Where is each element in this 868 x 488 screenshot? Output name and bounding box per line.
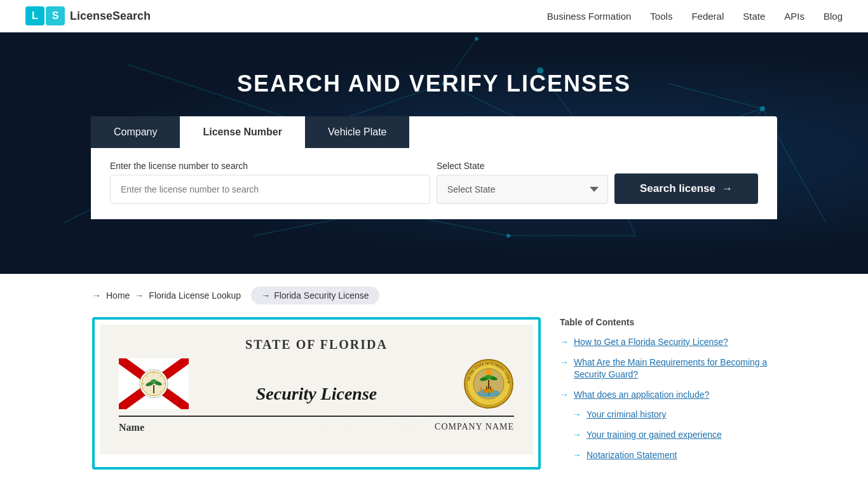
- fl-name-label: Name: [119, 422, 144, 433]
- svg-rect-55: [484, 389, 494, 393]
- license-input[interactable]: [110, 175, 430, 204]
- toc-item-1: → How to Get a Florida Security License?: [560, 336, 776, 349]
- toc-item-3: → What does an application include?: [560, 389, 776, 402]
- toc-item-5: → Your training or gained experience: [573, 429, 776, 442]
- search-btn-label: Search license: [640, 182, 715, 195]
- license-card: STATE OF FLORIDA: [95, 320, 538, 459]
- state-label: Select State: [437, 161, 608, 171]
- toc-arrow-6: →: [573, 450, 581, 460]
- breadcrumb-arrow-1: →: [92, 290, 101, 301]
- logo-l-badge: L: [25, 6, 44, 25]
- search-form: Enter the license number to search Selec…: [91, 148, 777, 219]
- search-button[interactable]: Search license →: [614, 173, 758, 204]
- nav-apis[interactable]: APIs: [784, 11, 804, 22]
- svg-point-53: [485, 375, 492, 379]
- state-select[interactable]: Select State Florida California Texas Ne…: [437, 175, 608, 204]
- fl-card-body: OF THE STATE Security License OF THE STA…: [119, 358, 514, 409]
- svg-point-20: [760, 106, 765, 111]
- svg-point-24: [475, 37, 478, 41]
- tab-bar: Company License Number Vehicle Plate: [91, 116, 777, 148]
- svg-point-23: [506, 234, 510, 238]
- breadcrumb-home[interactable]: Home: [106, 290, 130, 301]
- fl-seal: OF THE STATE OF FLORIDA • GOD WE TRUST •: [463, 358, 514, 409]
- toc-section: Table of Contents → How to Get a Florida…: [560, 317, 776, 470]
- toc-title: Table of Contents: [560, 317, 776, 327]
- license-label: Enter the license number to search: [110, 161, 430, 171]
- svg-rect-56: [486, 386, 487, 390]
- toc-item-2: → What Are the Main Requirements for Bec…: [560, 356, 776, 381]
- svg-line-16: [667, 83, 763, 109]
- security-license-label: Security License: [256, 384, 377, 404]
- toc-arrow-3: →: [560, 390, 569, 400]
- toc-arrow-4: →: [573, 409, 581, 419]
- svg-point-49: [485, 369, 492, 376]
- logo-letters: L S: [25, 6, 65, 25]
- logo-area[interactable]: L S LicenseSearch: [25, 6, 151, 25]
- toc-link-3[interactable]: What does an application include?: [574, 389, 709, 402]
- fl-name-row: Name COMPANY NAME: [119, 422, 514, 433]
- state-select-group: Select State Select State Florida Califo…: [437, 161, 608, 204]
- tab-vehicle-plate[interactable]: Vehicle Plate: [305, 116, 410, 148]
- search-btn-arrow: →: [722, 182, 733, 195]
- toc-link-5[interactable]: Your training or gained experience: [587, 429, 722, 442]
- fl-company-label: COMPANY NAME: [435, 422, 514, 433]
- nav-federal[interactable]: Federal: [691, 11, 724, 22]
- nav-blog[interactable]: Blog: [824, 11, 843, 22]
- breadcrumb-florida-lookup[interactable]: Florida License Lookup: [149, 290, 241, 301]
- toc-arrow-2: →: [560, 357, 569, 367]
- nav-tools[interactable]: Tools: [650, 11, 672, 22]
- toc-link-2[interactable]: What Are the Main Requirements for Becom…: [574, 356, 776, 381]
- svg-point-43: [151, 379, 157, 383]
- fl-security-text: Security License: [256, 384, 377, 404]
- tab-license-number[interactable]: License Number: [180, 116, 304, 148]
- hero-title: SEARCH AND VERIFY LICENSES: [237, 71, 631, 97]
- breadcrumb-current-label: Florida Security License: [274, 290, 369, 301]
- toc-arrow-5: →: [573, 430, 581, 440]
- toc-item-6: → Notarization Statement: [573, 449, 776, 462]
- svg-rect-57: [490, 386, 491, 390]
- svg-point-58: [480, 388, 482, 390]
- toc-item-4: → Your criminal history: [573, 409, 776, 421]
- breadcrumb-arrow-2: →: [135, 290, 144, 301]
- fl-flag: [119, 358, 189, 409]
- breadcrumb: → Home → Florida License Lookup → Florid…: [0, 274, 868, 317]
- hero-section: SEARCH AND VERIFY LICENSES Company Licen…: [0, 32, 868, 274]
- toc-link-4[interactable]: Your criminal history: [587, 409, 667, 421]
- toc-link-6[interactable]: Notarization Statement: [587, 449, 677, 462]
- brand-name: LicenseSearch: [70, 10, 151, 23]
- logo-s-badge: S: [46, 6, 65, 25]
- license-card-container: STATE OF FLORIDA: [92, 317, 541, 470]
- navbar: L S LicenseSearch Business Formation Too…: [0, 0, 868, 32]
- breadcrumb-current: → Florida Security License: [251, 287, 379, 304]
- nav-business-formation[interactable]: Business Formation: [547, 11, 632, 22]
- toc-link-1[interactable]: How to Get a Florida Security License?: [574, 336, 728, 349]
- nav-links: Business Formation Tools Federal State A…: [547, 11, 843, 22]
- tab-company[interactable]: Company: [91, 116, 180, 148]
- toc-arrow-1: →: [560, 337, 569, 347]
- license-input-group: Enter the license number to search: [110, 161, 430, 204]
- nav-state[interactable]: State: [743, 11, 765, 22]
- breadcrumb-current-arrow: →: [261, 290, 270, 301]
- search-card: Company License Number Vehicle Plate Ent…: [91, 116, 777, 219]
- fl-card-title: STATE OF FLORIDA: [119, 337, 514, 352]
- fl-divider: [119, 416, 514, 417]
- main-content: STATE OF FLORIDA: [0, 317, 868, 488]
